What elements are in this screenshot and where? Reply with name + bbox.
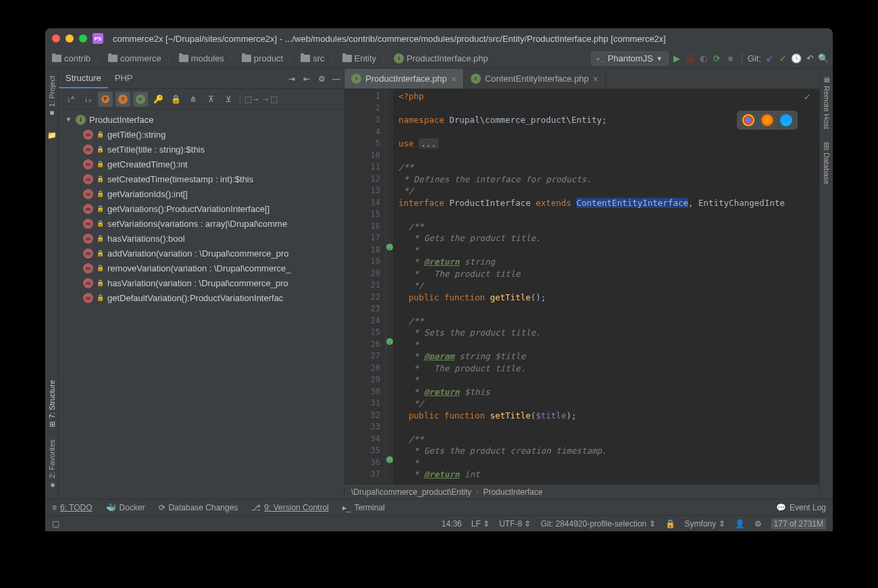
git-branch[interactable]: Git: 2844920-profile-selection ⇕ [540,519,655,529]
autoscroll-to-icon[interactable]: ⬚→ [244,92,259,107]
coverage-button[interactable]: ◐ [698,53,709,64]
tree-method[interactable]: m🔒removeVariation(variation : \Drupal\co… [59,261,344,275]
stop-button[interactable]: ■ [725,53,736,64]
settings-icon[interactable]: ⚙ [314,72,329,86]
analysis-ok-icon[interactable]: ✓ [804,92,811,102]
editor-tab[interactable]: I ProductInterface.php × [344,69,464,88]
commit-button[interactable]: ✓ [777,53,788,64]
favorites-tool-button[interactable]: ★ 2: Favorites [46,437,57,492]
expand-toggle-icon[interactable]: ▼ [66,116,72,123]
expand-all-icon[interactable]: ⊼ [203,92,218,107]
caret-position[interactable]: 14:36 [442,519,462,529]
structure-tree[interactable]: ▼ I ProductInterface m🔒getTitle():string… [59,109,344,499]
inspection-icon[interactable]: 👤 [735,519,745,529]
encoding[interactable]: UTF-8 ⇕ [499,519,531,529]
expand-icon[interactable]: ⇥ [284,72,299,86]
breadcrumb-file[interactable]: IProductInterface.php [391,52,491,65]
override-marker-icon[interactable]: ↓ [386,244,393,250]
run-config-selector[interactable]: ▸_ PhantomJS ▼ [591,51,669,65]
firefox-icon[interactable] [761,114,773,126]
collapse-all-icon[interactable]: ⊻ [221,92,236,107]
remote-host-tool-button[interactable]: 🖥 Remote Host [821,73,832,132]
profile-button[interactable]: ⟳ [712,53,723,64]
editor-tabs: I ProductInterface.php × I ContentEntity… [344,69,819,89]
editor-tab[interactable]: I ContentEntityInterface.php × [464,69,606,88]
search-everywhere-button[interactable]: 🔍 [818,53,829,64]
tree-method[interactable]: m🔒addVariation(variation : \Drupal\comme… [59,246,344,261]
collapse-icon[interactable]: ⇤ [299,72,314,86]
show-inherited-icon[interactable]: 🔑 [151,92,165,107]
breadcrumb-item[interactable]: Entity [340,52,380,65]
todo-button[interactable]: ≡ 6: TODO [52,503,93,512]
tree-method[interactable]: m🔒getCreatedTime():int [59,157,344,171]
lock-icon[interactable]: 🔒 [665,519,675,529]
autoscroll-from-icon[interactable]: →⬚ [262,92,277,107]
project-tool-button[interactable]: ■ 1: Project [47,73,57,120]
close-tab-icon[interactable]: × [593,74,598,84]
lock-icon: 🔒 [97,190,104,197]
docker-button[interactable]: 🐳 Docker [106,503,145,512]
breadcrumb-item[interactable]: product [239,52,286,65]
line-number-gutter[interactable]: 1234510111213141516171819202122232425262… [344,89,386,484]
folder-icon[interactable]: 📁 [46,128,58,142]
memory-indicator[interactable]: 177 of 2731M [771,518,826,529]
sort-alpha-icon[interactable]: ↓ᴬ [63,92,78,107]
method-icon: m [83,263,93,273]
close-window[interactable] [52,34,60,43]
show-fields-icon[interactable]: f [115,92,130,107]
tree-root[interactable]: ▼ I ProductInterface [59,112,344,127]
tree-method[interactable]: m🔒hasVariation(variation : \Drupal\comme… [59,275,344,290]
toggle-panels-icon[interactable]: ▢ [52,519,59,529]
breadcrumb-item[interactable]: modules [176,52,227,65]
lock-icon: 🔒 [97,146,104,153]
database-tool-button[interactable]: 🗄 Database [821,140,832,187]
safari-icon[interactable] [780,114,792,126]
show-includes-icon[interactable]: 🔒 [168,92,183,107]
tree-method[interactable]: m🔒getTitle():string [59,127,344,142]
left-tool-rail: ■ 1: Project 📁 ⊞ 7: Structure ★ 2: Favor… [45,69,59,499]
minimize-window[interactable] [66,34,74,43]
terminal-button[interactable]: ▸_ Terminal [342,503,385,512]
debug-button[interactable]: 🐞 [685,53,696,64]
folder-icon [108,55,118,62]
breadcrumb-item[interactable]: commerce [105,52,164,65]
database-changes-button[interactable]: ⟳ Database Changes [159,503,238,512]
tree-method[interactable]: m🔒setCreatedTime(timestamp : int):$this [59,171,344,186]
chevron-down-icon: ▼ [656,55,663,62]
tree-method[interactable]: m🔒getVariations():ProductVariationInterf… [59,201,344,216]
editor-breadcrumb[interactable]: \Drupal\commerce_product\Entity › Produc… [344,484,819,499]
tree-method[interactable]: m🔒setVariations(variations : array|\Drup… [59,216,344,231]
editor: I ProductInterface.php × I ContentEntity… [344,69,819,499]
event-log-button[interactable]: 💬 Event Log [776,503,826,512]
breadcrumb-item[interactable]: src [298,52,327,65]
group-icon[interactable]: ⋔ [186,92,201,107]
settings-icon[interactable]: ⚙ [754,519,762,529]
override-marker-icon[interactable]: ↓ [386,338,393,345]
tree-method[interactable]: m🔒getVariationIds():int[] [59,186,344,201]
run-button[interactable]: ▶ [671,53,682,64]
tree-method[interactable]: m🔒setTitle(title : string):$this [59,142,344,157]
chrome-icon[interactable] [742,114,754,126]
framework[interactable]: Symfony ⇕ [685,519,725,529]
history-button[interactable]: 🕓 [791,53,802,64]
override-marker-icon[interactable]: ↓ [386,456,393,463]
tree-method[interactable]: m🔒getDefaultVariation():ProductVariation… [59,290,344,305]
php-tab[interactable]: PHP [108,69,140,88]
line-ending[interactable]: LF ⇕ [471,519,490,529]
show-constants-icon[interactable]: c [133,92,148,107]
tree-method[interactable]: m🔒hasVariations():bool [59,231,344,246]
code-editor[interactable]: 1234510111213141516171819202122232425262… [344,89,819,484]
breadcrumb-item[interactable]: contrib [49,52,93,65]
close-tab-icon[interactable]: × [451,74,457,84]
version-control-button[interactable]: ⎇ 9: Version Control [251,503,328,512]
show-properties-icon[interactable]: P [98,92,113,107]
structure-tool-button[interactable]: ⊞ 7: Structure [46,377,57,430]
hide-icon[interactable]: — [329,72,344,86]
rollback-button[interactable]: ↶ [804,53,815,64]
folder-icon [342,55,352,62]
sort-visibility-icon[interactable]: ↓ᵥ [80,92,95,107]
maximize-window[interactable] [79,34,87,43]
update-project-button[interactable]: ↙ [764,53,775,64]
lock-icon: 🔒 [97,220,104,227]
structure-tab[interactable]: Structure [59,69,108,88]
